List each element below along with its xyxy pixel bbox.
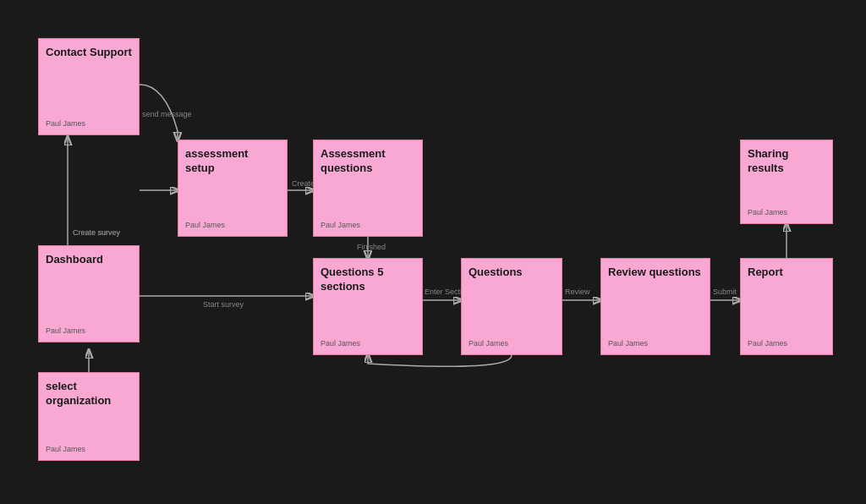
- label-finished: Finished: [357, 243, 386, 251]
- node-assessment-setup-title: assessment setup: [185, 147, 280, 176]
- node-report[interactable]: Report Paul James: [740, 258, 833, 355]
- flow-canvas: Create survey Create survey send message…: [0, 0, 866, 504]
- node-assessment-questions-author: Paul James: [321, 221, 415, 229]
- node-questions[interactable]: Questions Paul James: [461, 258, 562, 355]
- node-assessment-questions-title: Assessment questions: [321, 147, 415, 176]
- node-review-questions-title: Review questions: [608, 266, 703, 280]
- node-contact-support[interactable]: Contact Support Paul James: [38, 38, 140, 135]
- node-dashboard-author: Paul James: [46, 326, 132, 335]
- node-sharing-results-title: Sharing results: [748, 147, 825, 176]
- node-dashboard-title: Dashboard: [46, 253, 132, 267]
- label-start-survey: Start survey: [203, 300, 244, 309]
- label-review: Review: [565, 288, 590, 296]
- node-assessment-setup[interactable]: assessment setup Paul James: [178, 140, 288, 237]
- node-questions-5[interactable]: Questions 5 sections Paul James: [313, 258, 423, 355]
- node-contact-support-author: Paul James: [46, 119, 132, 128]
- node-select-org-author: Paul James: [46, 445, 132, 453]
- node-review-questions-author: Paul James: [608, 339, 703, 348]
- node-assessment-setup-author: Paul James: [185, 221, 280, 229]
- node-report-author: Paul James: [748, 339, 825, 348]
- node-sharing-results[interactable]: Sharing results Paul James: [740, 140, 833, 224]
- label-submit: Submit: [713, 288, 737, 296]
- node-dashboard[interactable]: Dashboard Paul James: [38, 245, 140, 342]
- node-questions-author: Paul James: [469, 339, 555, 348]
- edge-questions-questions-5-loop: [368, 355, 512, 366]
- node-questions-5-title: Questions 5 sections: [321, 266, 415, 294]
- node-questions-title: Questions: [469, 266, 555, 280]
- node-assessment-questions[interactable]: Assessment questions Paul James: [313, 140, 423, 237]
- node-questions-5-author: Paul James: [321, 339, 415, 348]
- label-create-survey-2: Create survey: [73, 228, 120, 237]
- node-select-org[interactable]: select organization Paul James: [38, 372, 140, 461]
- node-report-title: Report: [748, 266, 825, 280]
- node-select-org-title: select organization: [46, 380, 132, 408]
- node-sharing-results-author: Paul James: [748, 208, 825, 216]
- node-review-questions[interactable]: Review questions Paul James: [600, 258, 710, 355]
- label-send-message: send message: [142, 110, 192, 118]
- node-contact-support-title: Contact Support: [46, 46, 132, 60]
